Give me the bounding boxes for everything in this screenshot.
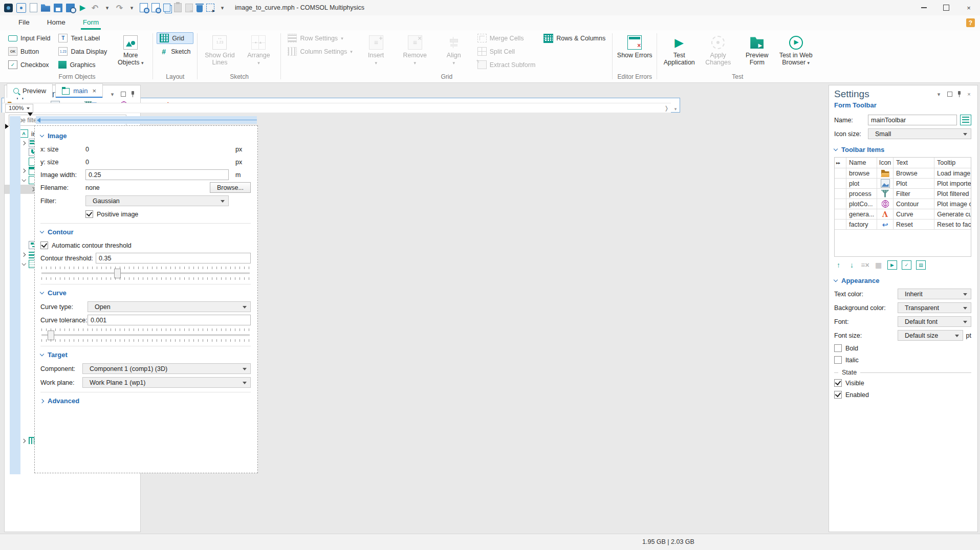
extract-subform-button[interactable]: Extract Subform — [474, 59, 539, 71]
rows-and-columns-button[interactable]: Rows & Columns — [540, 32, 608, 44]
cell-text[interactable]: Curve — [893, 209, 934, 219]
column-selection-band[interactable] — [36, 116, 257, 124]
cell-text[interactable]: Browse — [893, 168, 934, 178]
horizontal-scrollbar[interactable] — [33, 103, 664, 113]
input-field-button[interactable]: Input Field — [5, 32, 53, 44]
split-cell-button[interactable]: Split Cell — [474, 46, 539, 57]
tree-expander-icon[interactable] — [20, 167, 28, 174]
image-width-input[interactable] — [85, 169, 229, 180]
settings-pin-icon[interactable] — [957, 91, 962, 97]
checkbox-button[interactable]: Checkbox — [5, 59, 53, 71]
tree-expander-icon[interactable] — [20, 177, 28, 184]
run-form-icon[interactable]: ▶ — [887, 260, 897, 270]
section-contour[interactable]: Contour — [40, 225, 251, 239]
insert-button[interactable]: Insert▾ — [358, 32, 395, 67]
table-row[interactable]: genera... Curve Generate cur... — [835, 209, 971, 219]
section-appearance[interactable]: Appearance — [829, 274, 977, 287]
curve-tolerance-input[interactable] — [88, 315, 251, 325]
background-color-combobox[interactable]: Transparent — [898, 302, 971, 313]
cell-text[interactable]: Filter — [893, 189, 934, 199]
qat-customize-icon[interactable] — [218, 4, 227, 12]
work-plane-combobox[interactable]: Work Plane 1 (wp1) — [82, 377, 251, 388]
italic-checkbox[interactable] — [834, 356, 842, 364]
tab-main[interactable]: main × — [55, 83, 103, 98]
align-button[interactable]: Align▾ — [435, 32, 472, 67]
preview-form-button[interactable]: Preview Form — [738, 32, 775, 67]
contour-threshold-input[interactable] — [96, 253, 251, 263]
row-marker-icon[interactable] — [5, 124, 11, 129]
cell-tooltip[interactable]: Generate cur... — [934, 209, 971, 219]
reorder-icon[interactable]: ▸▸ — [835, 158, 846, 168]
cell-name[interactable]: plotCo... — [846, 199, 877, 209]
icon-size-combobox[interactable]: Small — [868, 128, 971, 139]
cell-name[interactable]: browse — [846, 168, 877, 178]
row-selection-strip[interactable] — [10, 116, 20, 474]
settings-float-icon[interactable] — [946, 91, 953, 98]
table-row[interactable]: process Filter Plot filtered i... — [835, 188, 971, 199]
panel-menu-icon[interactable]: ▾ — [109, 91, 116, 98]
move-up-icon[interactable]: ↑ — [834, 261, 843, 269]
redo-icon[interactable] — [115, 4, 124, 12]
arrange-button[interactable]: Arrange▾ — [240, 32, 277, 67]
enabled-checkbox[interactable] — [834, 391, 842, 399]
cell-tooltip[interactable]: Plot image c... — [934, 199, 971, 209]
settings-close-icon[interactable]: × — [966, 91, 972, 98]
filter-combobox[interactable]: Gaussian — [85, 195, 229, 206]
tree-expander-icon[interactable] — [20, 437, 28, 445]
test-in-web-browser-button[interactable]: Test in Web Browser ▾ — [777, 32, 814, 67]
font-size-combobox[interactable]: Default size — [898, 330, 963, 341]
dialog-icon[interactable]: ✓ — [902, 260, 911, 270]
table-row[interactable]: factory Reset Reset to fact... — [835, 219, 971, 229]
tree-expander-icon[interactable] — [20, 260, 28, 268]
column-marker-icon[interactable] — [28, 113, 33, 119]
tab-file[interactable]: File — [11, 16, 37, 30]
row-settings-button[interactable]: Row Settings ▾ — [285, 32, 355, 44]
graphics-button[interactable]: Graphics — [55, 59, 110, 71]
run-icon[interactable] — [78, 4, 87, 12]
tree-expander-icon[interactable] — [20, 251, 28, 258]
tab-home[interactable]: Home — [40, 16, 73, 30]
scroll-down-icon[interactable]: ▾ — [671, 106, 680, 112]
cell-text[interactable]: Contour — [893, 199, 934, 209]
button-button[interactable]: Button — [5, 46, 53, 57]
curve-tolerance-slider[interactable] — [41, 327, 250, 343]
contour-threshold-slider[interactable] — [41, 265, 250, 281]
move-down-icon[interactable]: ↓ — [847, 261, 856, 269]
section-curve[interactable]: Curve — [40, 286, 251, 300]
form-canvas[interactable]: Image x: size0px y: size0px Image width:… — [2, 113, 680, 113]
name-input[interactable] — [868, 115, 957, 125]
cell-name[interactable]: plot — [846, 179, 877, 188]
zoom-level-dropdown[interactable]: 100% — [5, 104, 33, 113]
delete-item-icon[interactable]: ≡× — [861, 261, 869, 269]
browse-file-button[interactable]: Browse... — [210, 182, 251, 193]
tab-close-icon[interactable]: × — [92, 87, 96, 95]
split-view-icon[interactable]: ▤ — [916, 260, 926, 270]
font-combobox[interactable]: Default font — [898, 316, 971, 327]
tree-expander-icon[interactable] — [20, 241, 28, 249]
curve-type-combobox[interactable]: Open — [88, 301, 251, 312]
tab-form[interactable]: Form — [76, 16, 106, 30]
tree-expander-icon[interactable] — [20, 148, 28, 156]
cell-tooltip[interactable]: Load image... — [934, 168, 971, 178]
maximize-button[interactable] — [935, 0, 957, 15]
save-icon[interactable] — [54, 4, 62, 12]
text-color-combobox[interactable]: Inherit — [898, 289, 971, 299]
show-errors-button[interactable]: Show Errors — [616, 32, 653, 59]
tree-expander-icon[interactable] — [20, 158, 28, 165]
sketch-toggle-button[interactable]: Sketch — [157, 46, 193, 57]
table-row[interactable]: plotCo... Contour Plot image c... — [835, 199, 971, 209]
apply-changes-button[interactable]: Apply Changes — [700, 32, 736, 67]
section-toolbar-items[interactable]: Toolbar Items — [829, 143, 977, 156]
find-icon[interactable] — [140, 3, 148, 12]
column-settings-button[interactable]: Column Settings ▾ — [285, 46, 355, 57]
bold-checkbox[interactable] — [834, 344, 842, 352]
table-row[interactable]: browse Browse Load image... — [835, 168, 971, 178]
section-image[interactable]: Image — [40, 129, 251, 143]
cell-name[interactable]: genera... — [846, 209, 877, 219]
data-display-button[interactable]: Data Display — [55, 46, 110, 57]
show-grid-lines-button[interactable]: Show Grid Lines — [201, 32, 238, 67]
copy-icon[interactable] — [163, 4, 170, 12]
test-application-button[interactable]: Test Application — [661, 32, 698, 67]
minimize-button[interactable] — [912, 0, 935, 15]
desktop-toggle-icon[interactable] — [16, 3, 26, 13]
